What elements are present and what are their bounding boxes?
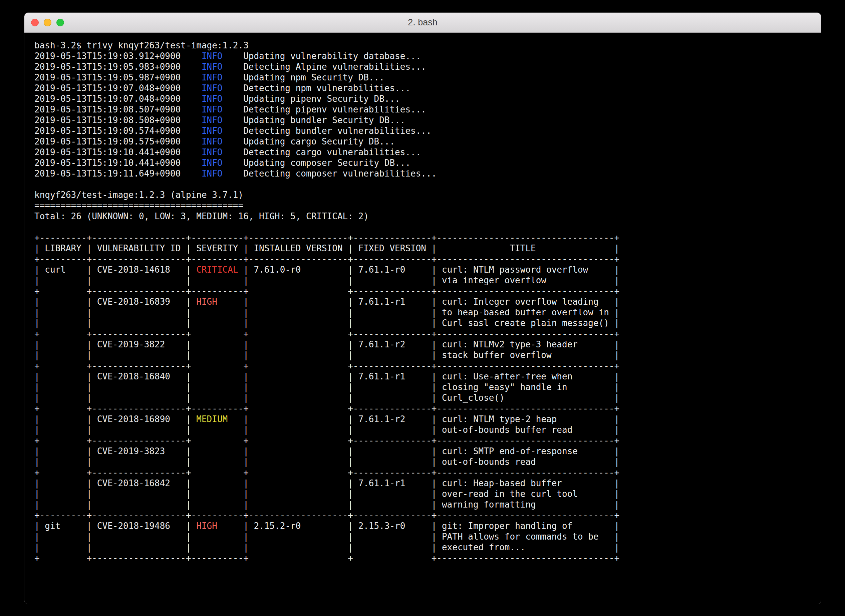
terminal-text: Detecting pipenv vulnerabilities... <box>223 104 426 114</box>
severity-medium: MEDIUM <box>196 414 227 424</box>
terminal-text: | | | | | | closing "easy" handle in | <box>34 382 619 392</box>
terminal-text: Detecting composer vulnerabilities... <box>223 169 437 179</box>
terminal-output[interactable]: bash-3.2$ trivy knqyf263/test-image:1.2.… <box>24 33 821 563</box>
terminal-line: + +------------------+----------+ + +---… <box>34 553 821 563</box>
log-level-info: INFO <box>202 72 223 82</box>
terminal-text: 2019-05-13T15:19:07.048+0900 <box>34 83 202 93</box>
severity-critical: CRITICAL <box>196 265 238 275</box>
terminal-text: 2019-05-13T15:19:08.508+0900 <box>34 115 202 125</box>
terminal-text: | | 7.61.1-r1 | curl: Integer overflow l… <box>217 297 619 307</box>
terminal-text: | curl | CVE-2018-14618 | <box>34 265 196 275</box>
log-level-info: INFO <box>202 126 223 136</box>
terminal-text: | | | | | | via integer overflow | <box>34 275 619 285</box>
terminal-line: + +------------------+ + +--------------… <box>34 329 821 339</box>
terminal-text: | | CVE-2018-16839 | <box>34 297 196 307</box>
terminal-text: +---------+------------------+----------… <box>34 510 619 520</box>
window-title-bar[interactable]: 2. bash <box>24 13 821 33</box>
terminal-line: +---------+------------------+----------… <box>34 232 821 243</box>
terminal-line: 2019-05-13T15:19:10.441+0900 INFO Detect… <box>34 147 821 157</box>
zoom-button[interactable] <box>56 19 64 26</box>
terminal-line: | | CVE-2018-16890 | MEDIUM | | 7.61.1-r… <box>34 414 821 424</box>
terminal-line: Total: 26 (UNKNOWN: 0, LOW: 3, MEDIUM: 1… <box>34 211 821 221</box>
terminal-line: | curl | CVE-2018-14618 | CRITICAL | 7.6… <box>34 264 821 275</box>
terminal-text: Detecting npm vulnerabilities... <box>223 83 411 93</box>
terminal-text: + +------------------+ + +--------------… <box>34 361 619 371</box>
close-button[interactable] <box>31 19 39 26</box>
terminal-text: Detecting bundler vulnerabilities... <box>223 126 431 136</box>
terminal-line: + +------------------+ + +--------------… <box>34 435 821 446</box>
terminal-text: + +------------------+ + +--------------… <box>34 329 619 339</box>
terminal-text: 2019-05-13T15:19:09.574+0900 <box>34 126 202 136</box>
terminal-text: Total: 26 (UNKNOWN: 0, LOW: 3, MEDIUM: 1… <box>34 211 369 221</box>
terminal-line: | | CVE-2018-16840 | | | 7.61.1-r1 | cur… <box>34 371 821 382</box>
terminal-text: knqyf263/test-image:1.2.3 (alpine 3.7.1) <box>34 190 243 200</box>
log-level-info: INFO <box>202 83 223 93</box>
severity-high: HIGH <box>196 297 217 307</box>
terminal-text: 2019-05-13T15:19:03.912+0900 <box>34 51 202 61</box>
terminal-text: + +------------------+----------+ + +---… <box>34 553 619 563</box>
terminal-line: 2019-05-13T15:19:11.649+0900 INFO Detect… <box>34 168 821 179</box>
terminal-text: + +------------------+----------+ +-----… <box>34 403 619 414</box>
log-level-info: INFO <box>202 147 223 157</box>
terminal-line: 2019-05-13T15:19:08.508+0900 INFO Updati… <box>34 115 821 125</box>
terminal-text: | | CVE-2019-3822 | | | 7.61.1-r2 | curl… <box>34 339 619 349</box>
log-level-info: INFO <box>202 169 223 179</box>
terminal-text: 2019-05-13T15:19:08.507+0900 <box>34 104 202 114</box>
terminal-text: Updating pipenv Security DB... <box>223 94 400 104</box>
terminal-line: | | | | | | over-read in the curl tool | <box>34 488 821 499</box>
terminal-text: 2019-05-13T15:19:11.649+0900 <box>34 169 202 179</box>
terminal-line: 2019-05-13T15:19:03.912+0900 INFO Updati… <box>34 51 821 62</box>
terminal-text: 2019-05-13T15:19:10.441+0900 <box>34 158 202 168</box>
terminal-text: | | | | | | stack buffer overflow | <box>34 350 619 360</box>
terminal-line: | | CVE-2018-16842 | | | 7.61.1-r1 | cur… <box>34 478 821 488</box>
terminal-text: | | | | | | Curl_close() | <box>34 393 619 403</box>
terminal-text: | | | | | | executed from... | <box>34 542 619 552</box>
terminal-line: +---------+------------------+----------… <box>34 254 821 264</box>
log-level-info: INFO <box>202 62 223 72</box>
terminal-line: + +------------------+----------+ +-----… <box>34 286 821 296</box>
terminal-line: | | | | | | out-of-bounds read | <box>34 456 821 467</box>
terminal-text: 2019-05-13T15:19:09.575+0900 <box>34 136 202 147</box>
terminal-text: | | CVE-2019-3823 | | | | curl: SMTP end… <box>34 446 619 456</box>
terminal-line: | | | | | | executed from... | <box>34 542 821 553</box>
terminal-window: 2. bash bash-3.2$ trivy knqyf263/test-im… <box>24 13 821 604</box>
terminal-text: | | | | | | warning formatting | <box>34 500 619 510</box>
terminal-text: Updating npm Security DB... <box>223 72 384 82</box>
terminal-line: knqyf263/test-image:1.2.3 (alpine 3.7.1) <box>34 189 821 200</box>
terminal-line: | | | | | | Curl_close() | <box>34 392 821 403</box>
terminal-text: Detecting cargo vulnerabilities... <box>223 147 421 157</box>
terminal-text: | | 7.61.1-r2 | curl: NTLM type-2 heap | <box>227 414 619 424</box>
minimize-button[interactable] <box>44 19 51 26</box>
terminal-line: ======================================== <box>34 200 821 211</box>
terminal-line: 2019-05-13T15:19:09.574+0900 INFO Detect… <box>34 125 821 136</box>
terminal-text: | git | CVE-2018-19486 | <box>34 521 196 531</box>
terminal-text: + +------------------+----------+ +-----… <box>34 286 619 296</box>
terminal-line: | | | | | | closing "easy" handle in | <box>34 382 821 392</box>
terminal-line: | | | | | | warning formatting | <box>34 499 821 510</box>
terminal-text: Updating cargo Security DB... <box>223 136 395 147</box>
terminal-line: + +------------------+ + +--------------… <box>34 361 821 371</box>
terminal-line: 2019-05-13T15:19:10.441+0900 INFO Updati… <box>34 157 821 168</box>
log-level-info: INFO <box>202 158 223 168</box>
terminal-line: | LIBRARY | VULNERABILITY ID | SEVERITY … <box>34 243 821 254</box>
terminal-text: | | | | | | out-of-bounds read | <box>34 457 619 467</box>
terminal-line: 2019-05-13T15:19:05.987+0900 INFO Updati… <box>34 72 821 83</box>
terminal-line: 2019-05-13T15:19:07.048+0900 INFO Detect… <box>34 83 821 94</box>
screen-background: 2. bash bash-3.2$ trivy knqyf263/test-im… <box>0 0 845 616</box>
terminal-line: 2019-05-13T15:19:07.048+0900 INFO Updati… <box>34 94 821 104</box>
log-level-info: INFO <box>202 115 223 125</box>
terminal-text: 2019-05-13T15:19:05.983+0900 <box>34 62 202 72</box>
terminal-text: | | CVE-2018-16840 | | | 7.61.1-r1 | cur… <box>34 371 619 381</box>
terminal-text: Detecting Alpine vulnerabilities... <box>223 62 426 72</box>
window-title: 2. bash <box>24 18 821 28</box>
terminal-text: +---------+------------------+----------… <box>34 254 619 264</box>
terminal-text: | | | | | | out-of-bounds buffer read | <box>34 425 619 435</box>
terminal-text: | | | | | | over-read in the curl tool | <box>34 489 619 499</box>
terminal-text: | | | | | | Curl_sasl_create_plain_messa… <box>34 318 619 328</box>
terminal-line: | | CVE-2019-3823 | | | | curl: SMTP end… <box>34 446 821 456</box>
terminal-text: + +------------------+ + +--------------… <box>34 468 619 478</box>
terminal-line: +---------+------------------+----------… <box>34 510 821 521</box>
terminal-text: | LIBRARY | VULNERABILITY ID | SEVERITY … <box>34 243 619 253</box>
terminal-text: | 7.61.0-r0 | 7.61.1-r0 | curl: NTLM pas… <box>238 265 620 275</box>
terminal-text: + +------------------+ + +--------------… <box>34 436 619 446</box>
